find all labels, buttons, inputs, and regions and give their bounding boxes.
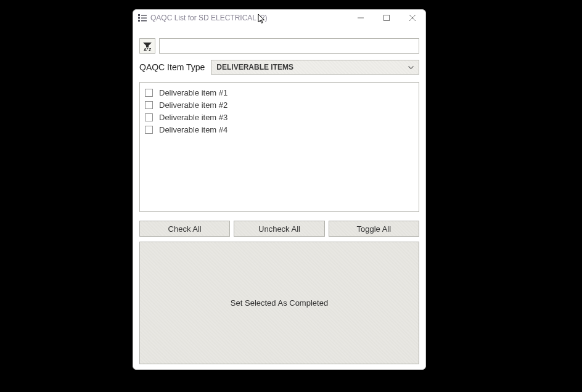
- titlebar[interactable]: QAQC List for SD ELECTRICAL (2): [133, 10, 425, 26]
- svg-rect-3: [141, 18, 147, 19]
- button-label: Uncheck All: [258, 224, 300, 234]
- sort-filter-button[interactable]: A Z: [139, 38, 155, 54]
- button-label: Set Selected As Completed: [231, 298, 328, 308]
- check-all-button[interactable]: Check All: [139, 221, 230, 237]
- list-icon: [138, 14, 147, 22]
- svg-marker-10: [143, 43, 152, 47]
- window-controls: [355, 12, 422, 23]
- svg-text:A: A: [144, 47, 147, 51]
- maximize-button[interactable]: [381, 12, 392, 23]
- action-button-row: Check All Uncheck All Toggle All: [139, 221, 419, 237]
- checkbox[interactable]: [145, 89, 153, 97]
- item-type-label: QAQC Item Type: [139, 62, 205, 72]
- list-item[interactable]: Deliverable item #3: [145, 111, 414, 123]
- list-item[interactable]: Deliverable item #4: [145, 123, 414, 136]
- search-row: A Z: [139, 38, 419, 54]
- list-item[interactable]: Deliverable item #2: [145, 99, 414, 111]
- window-title: QAQC List for SD ELECTRICAL (2): [150, 14, 268, 22]
- list-item[interactable]: Deliverable item #1: [145, 86, 414, 99]
- search-input[interactable]: [159, 38, 419, 54]
- list-item-label: Deliverable item #3: [159, 113, 227, 122]
- item-type-row: QAQC Item Type DELIVERABLE ITEMS: [139, 60, 419, 75]
- checkbox[interactable]: [145, 126, 153, 134]
- svg-rect-4: [138, 20, 140, 22]
- close-button[interactable]: [407, 12, 418, 23]
- svg-rect-1: [141, 15, 147, 16]
- svg-rect-2: [138, 17, 140, 19]
- list-item-label: Deliverable item #4: [159, 125, 227, 134]
- toggle-all-button[interactable]: Toggle All: [329, 221, 419, 237]
- items-list[interactable]: Deliverable item #1 Deliverable item #2 …: [139, 82, 419, 212]
- minimize-button[interactable]: [355, 12, 366, 23]
- button-label: Toggle All: [356, 224, 391, 234]
- svg-rect-5: [141, 20, 147, 22]
- svg-text:Z: Z: [149, 47, 152, 51]
- chevron-down-icon: [408, 63, 414, 71]
- svg-marker-13: [147, 48, 148, 50]
- item-type-selected: DELIVERABLE ITEMS: [216, 63, 293, 71]
- svg-rect-0: [138, 14, 140, 16]
- content-area: A Z QAQC Item Type DELIVERABLE ITEMS Del…: [133, 26, 425, 369]
- app-window: QAQC List for SD ELECTRICAL (2) A: [133, 9, 426, 370]
- checkbox[interactable]: [145, 113, 153, 121]
- checkbox[interactable]: [145, 101, 153, 109]
- item-type-select[interactable]: DELIVERABLE ITEMS: [211, 60, 419, 75]
- svg-rect-7: [384, 15, 390, 21]
- uncheck-all-button[interactable]: Uncheck All: [234, 221, 324, 237]
- set-completed-button[interactable]: Set Selected As Completed: [139, 242, 419, 364]
- sort-az-icon: A Z: [142, 41, 153, 51]
- button-label: Check All: [168, 224, 202, 234]
- list-item-label: Deliverable item #1: [159, 88, 227, 97]
- list-item-label: Deliverable item #2: [159, 100, 227, 110]
